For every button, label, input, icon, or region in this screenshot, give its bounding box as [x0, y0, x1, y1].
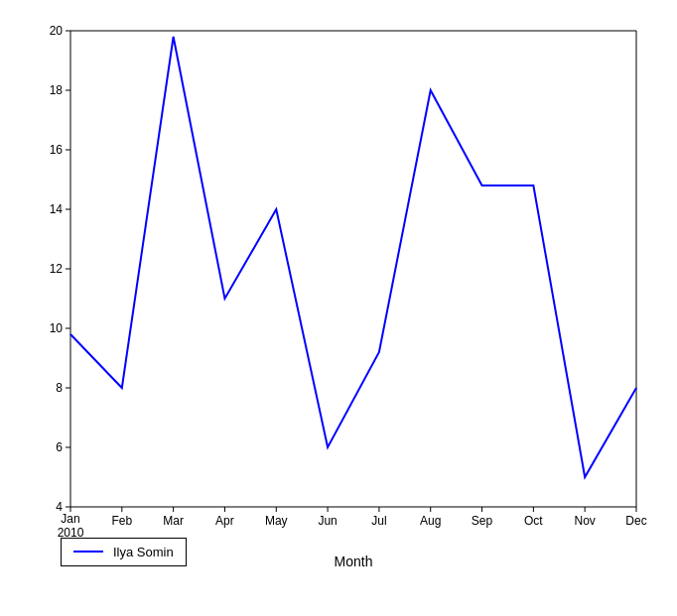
- svg-text:Dec: Dec: [625, 514, 646, 528]
- svg-text:Jul: Jul: [371, 514, 386, 528]
- svg-text:Apr: Apr: [215, 514, 234, 528]
- svg-text:14: 14: [50, 202, 64, 216]
- svg-text:16: 16: [50, 143, 64, 157]
- svg-text:Month: Month: [335, 554, 373, 569]
- legend-line-icon: [73, 551, 103, 553]
- svg-text:6: 6: [56, 440, 63, 454]
- svg-text:Jan: Jan: [61, 512, 79, 526]
- chart-container: 468101214161820Jan2010FebMarAprMayJunJul…: [11, 11, 666, 606]
- svg-text:Oct: Oct: [524, 514, 543, 528]
- svg-text:12: 12: [50, 262, 64, 276]
- svg-text:18: 18: [50, 83, 64, 97]
- svg-text:8: 8: [56, 381, 63, 395]
- svg-text:Feb: Feb: [111, 514, 132, 528]
- svg-text:Mar: Mar: [163, 514, 184, 528]
- svg-text:10: 10: [50, 321, 64, 335]
- svg-text:May: May: [265, 514, 288, 528]
- svg-text:20: 20: [50, 24, 64, 38]
- svg-text:Nov: Nov: [575, 514, 596, 528]
- svg-text:Sep: Sep: [472, 514, 493, 528]
- legend-label: Ilya Somin: [113, 545, 174, 559]
- svg-text:Jun: Jun: [318, 514, 337, 528]
- legend-box: Ilya Somin: [61, 538, 187, 566]
- svg-text:Aug: Aug: [420, 514, 441, 528]
- chart-svg: 468101214161820Jan2010FebMarAprMayJunJul…: [11, 11, 666, 606]
